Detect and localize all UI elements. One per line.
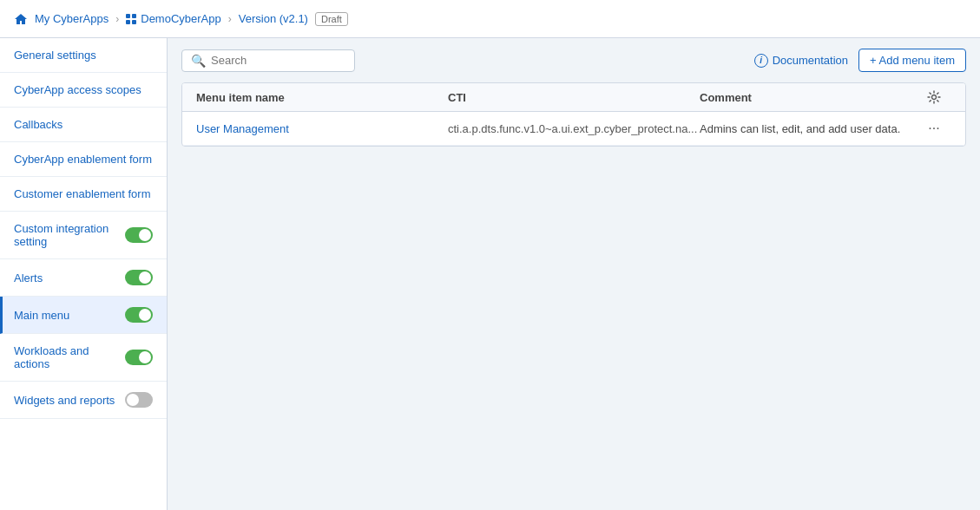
table-header: Menu item name CTI Comment — [182, 83, 965, 112]
info-icon: i — [754, 54, 768, 68]
sidebar-item-workloads-and-actions[interactable]: Workloads and actions — [0, 334, 167, 382]
app-grid-icon — [126, 14, 136, 24]
sidebar-item-label: Callbacks — [14, 118, 62, 131]
toggle-workloads-and-actions[interactable] — [125, 350, 153, 365]
documentation-label: Documentation — [773, 54, 848, 67]
sidebar-item-label: Widgets and reports — [14, 394, 115, 407]
draft-badge: Draft — [315, 12, 348, 26]
sidebar: General settingsCyberApp access scopesCa… — [0, 38, 168, 510]
add-menu-item-button[interactable]: + Add menu item — [858, 49, 966, 72]
col-name: Menu item name — [196, 91, 448, 104]
content-area: 🔍 i Documentation + Add menu item Menu i… — [168, 38, 980, 510]
sidebar-item-label: CyberApp access scopes — [14, 83, 141, 96]
sidebar-item-alerts[interactable]: Alerts — [0, 259, 167, 297]
sidebar-item-label: General settings — [14, 49, 96, 62]
sidebar-item-cyberapp-enablement-form[interactable]: CyberApp enablement form — [0, 142, 167, 177]
toolbar-right: i Documentation + Add menu item — [754, 49, 966, 72]
search-icon: 🔍 — [191, 54, 206, 68]
search-box[interactable]: 🔍 — [181, 49, 355, 72]
breadcrumb-app-label[interactable]: DemoCyberApp — [141, 12, 221, 25]
sidebar-item-callbacks[interactable]: Callbacks — [0, 108, 167, 142]
breadcrumb-app[interactable]: DemoCyberApp — [126, 12, 221, 25]
documentation-button[interactable]: i Documentation — [754, 54, 848, 68]
sidebar-item-cyberapp-access-scopes[interactable]: CyberApp access scopes — [0, 73, 167, 108]
sidebar-item-label: Main menu — [14, 309, 69, 322]
cell-comment: Admins can list, edit, and add user data… — [700, 122, 917, 135]
sidebar-item-main-menu[interactable]: Main menu — [0, 297, 167, 334]
sidebar-item-customer-enablement-form[interactable]: Customer enablement form — [0, 177, 167, 212]
toggle-main-menu[interactable] — [125, 307, 153, 323]
toggle-widgets-and-reports[interactable] — [125, 392, 153, 408]
cell-menu-name[interactable]: User Management — [196, 122, 448, 135]
sidebar-item-label: Custom integration setting — [14, 222, 125, 248]
row-more-button[interactable]: ··· — [917, 121, 951, 136]
sidebar-item-label: CyberApp enablement form — [14, 153, 152, 166]
table-settings-icon[interactable] — [917, 90, 951, 104]
sidebar-item-label: Alerts — [14, 271, 43, 284]
col-comment: Comment — [700, 91, 917, 104]
breadcrumb-sep-2: › — [228, 13, 232, 25]
top-bar: My CyberApps › DemoCyberApp › Version (v… — [0, 0, 980, 38]
sidebar-item-label: Workloads and actions — [14, 344, 125, 370]
svg-point-0 — [932, 95, 937, 100]
table-body: User Managementcti.a.p.dts.func.v1.0~a.u… — [182, 112, 965, 146]
toggle-custom-integration-setting[interactable] — [125, 227, 153, 243]
sidebar-item-general-settings[interactable]: General settings — [0, 38, 167, 73]
toggle-alerts[interactable] — [125, 270, 153, 285]
breadcrumb-version[interactable]: Version (v2.1) — [239, 12, 308, 25]
sidebar-item-label: Customer enablement form — [14, 187, 151, 200]
cell-cti: cti.a.p.dts.func.v1.0~a.ui.ext_p.cyber_p… — [448, 122, 700, 135]
sidebar-item-widgets-and-reports[interactable]: Widgets and reports — [0, 382, 167, 419]
search-input[interactable] — [211, 54, 345, 67]
breadcrumb-sep-1: › — [115, 13, 119, 25]
menu-items-table: Menu item name CTI Comment User Manageme… — [181, 82, 966, 147]
breadcrumb-home[interactable]: My CyberApps — [35, 12, 109, 25]
table-row: User Managementcti.a.p.dts.func.v1.0~a.u… — [182, 112, 965, 146]
sidebar-item-custom-integration-setting[interactable]: Custom integration setting — [0, 212, 167, 259]
col-cti: CTI — [448, 91, 700, 104]
home-icon — [14, 12, 28, 26]
main-layout: General settingsCyberApp access scopesCa… — [0, 38, 980, 510]
content-toolbar: 🔍 i Documentation + Add menu item — [168, 38, 980, 82]
